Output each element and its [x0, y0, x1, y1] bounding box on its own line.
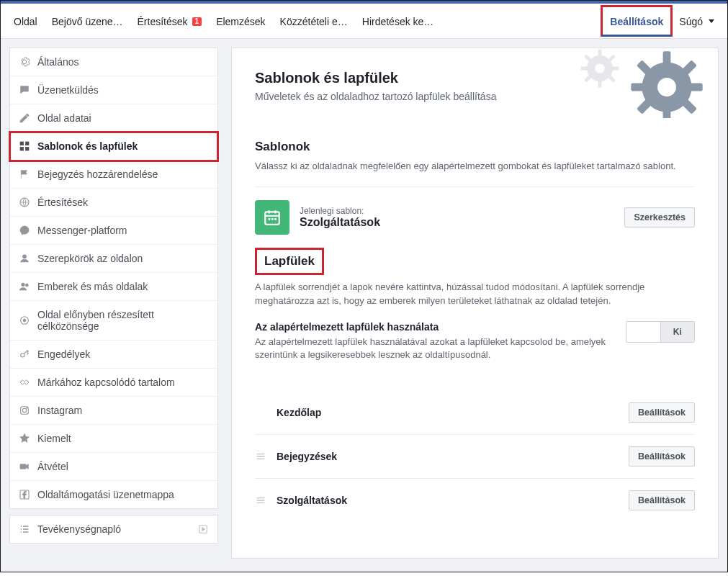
settings-sidebar: Általános Üzenetküldés Oldal adatai Sabl…: [9, 48, 218, 559]
sidebar-item-authorizations[interactable]: Engedélyek: [10, 341, 217, 369]
target-icon: [19, 315, 30, 326]
nav-inbox[interactable]: Bejövő üzene…: [45, 4, 130, 38]
instagram-icon: [19, 405, 30, 416]
nav-insights[interactable]: Elemzések: [209, 4, 272, 38]
svg-rect-31: [631, 84, 644, 91]
svg-rect-29: [663, 51, 671, 65]
svg-point-28: [657, 78, 676, 96]
sidebar-item-messaging[interactable]: Üzenetküldés: [10, 76, 217, 104]
tabs-desc: A lapfülek sorrendjét a lapok nevére kat…: [255, 281, 695, 308]
svg-point-9: [23, 319, 26, 322]
tab-row-services[interactable]: Szolgáltatások Beállítások: [255, 479, 695, 522]
toggle-off: Ki: [660, 322, 695, 342]
svg-rect-21: [581, 67, 588, 71]
svg-point-7: [25, 284, 28, 287]
templates-heading: Sablonok: [255, 140, 695, 154]
svg-rect-2: [20, 147, 24, 150]
svg-rect-38: [269, 218, 271, 220]
tab-row-posts[interactable]: Bejegyzések Beállítások: [255, 435, 695, 479]
chat-icon: [19, 84, 30, 96]
sidebar-item-notifications[interactable]: Értesítések: [10, 189, 217, 217]
sidebar-item-crossposting[interactable]: Átvétel: [10, 453, 217, 481]
nav-settings[interactable]: Beállítások: [601, 5, 673, 37]
sidebar-item-support-inbox[interactable]: Oldaltámogatási üzenetmappa: [10, 481, 217, 508]
sidebar-item-activity-log[interactable]: Tevékenységnapló: [10, 515, 217, 543]
nav-help[interactable]: Súgó: [672, 4, 722, 38]
star-icon: [19, 433, 30, 444]
video-icon: [19, 461, 30, 472]
open-icon: [197, 523, 209, 535]
current-template-row: Jelenlegi sablon: Szolgáltatások Szerkes…: [255, 200, 695, 235]
sidebar-item-people-pages[interactable]: Emberek és más oldalak: [10, 273, 217, 301]
facebook-icon: [19, 489, 30, 500]
sidebar-item-post-attribution[interactable]: Bejegyzés hozzárendelése: [10, 161, 217, 189]
pencil-icon: [19, 112, 30, 124]
svg-point-6: [22, 283, 25, 287]
tab-settings-button[interactable]: Beállítások: [629, 402, 695, 423]
svg-point-10: [21, 353, 24, 357]
svg-rect-39: [271, 218, 274, 220]
default-tabs-toggle[interactable]: Ki: [626, 321, 695, 343]
svg-rect-37: [265, 212, 279, 224]
svg-rect-40: [274, 218, 277, 220]
top-nav: Oldal Bejövő üzene… Értesítések 1 Elemzé…: [1, 4, 727, 39]
sidebar-item-instagram[interactable]: Instagram: [10, 397, 217, 425]
tabs-heading: Lapfülek: [255, 248, 324, 275]
svg-point-18: [595, 63, 604, 73]
svg-rect-3: [25, 147, 29, 150]
current-template-label: Jelenlegi sablon:: [300, 206, 380, 216]
default-tabs-title: Az alapértelmezett lapfülek használata: [255, 321, 610, 333]
current-template-value: Szolgáltatások: [300, 216, 380, 229]
grid-icon: [19, 140, 30, 152]
sidebar-item-templates-tabs[interactable]: Sablonok és lapfülek: [10, 132, 217, 161]
nav-publishing[interactable]: Közzétételi e…: [273, 4, 355, 38]
messenger-icon: [19, 225, 30, 236]
list-icon: [19, 523, 30, 535]
calendar-icon: [255, 200, 289, 235]
svg-rect-32: [688, 84, 702, 91]
svg-rect-19: [598, 50, 602, 57]
svg-rect-20: [598, 81, 602, 88]
gear-icon: [19, 56, 30, 68]
svg-rect-14: [20, 464, 26, 469]
sidebar-item-general[interactable]: Általános: [10, 48, 217, 76]
handshake-icon: [19, 377, 30, 388]
nav-ads[interactable]: Hirdetések ke…: [355, 4, 441, 38]
svg-point-13: [27, 407, 28, 409]
key-icon: [19, 348, 30, 360]
svg-point-5: [22, 255, 26, 258]
chevron-down-icon: [709, 19, 714, 23]
flag-icon: [19, 168, 30, 180]
globe-icon: [19, 197, 30, 208]
templates-desc: Válassz ki az oldaladnak megfelelően egy…: [255, 160, 695, 174]
people-icon: [19, 281, 30, 292]
toggle-on: [626, 322, 660, 342]
tab-settings-button[interactable]: Beállítások: [629, 446, 695, 467]
sidebar-item-page-info[interactable]: Oldal adatai: [10, 104, 217, 132]
notifications-badge: 1: [192, 17, 202, 26]
edit-template-button[interactable]: Szerkesztés: [624, 207, 695, 228]
gear-illustration: [578, 48, 714, 118]
sidebar-item-page-roles[interactable]: Szerepkörök az oldalon: [10, 245, 217, 273]
default-tabs-desc: Az alapértelmezett lapfülek használatáva…: [255, 335, 610, 363]
drag-handle-icon[interactable]: [255, 495, 266, 506]
svg-rect-1: [25, 142, 29, 145]
person-icon: [19, 253, 30, 264]
sidebar-item-messenger-platform[interactable]: Messenger-platform: [10, 217, 217, 245]
svg-rect-0: [20, 142, 24, 145]
tab-settings-button[interactable]: Beállítások: [629, 490, 695, 510]
svg-point-12: [22, 408, 26, 412]
sidebar-item-branded-content[interactable]: Márkához kapcsolódó tartalom: [10, 369, 217, 397]
main-panel: Sablonok és lapfülek Műveletek és az old…: [231, 48, 719, 559]
svg-rect-22: [612, 67, 619, 71]
tab-row-home[interactable]: Kezdőlap Beállítások: [255, 391, 695, 435]
drag-handle-icon[interactable]: [255, 451, 266, 462]
nav-page[interactable]: Oldal: [6, 4, 45, 38]
sidebar-item-preferred-audience[interactable]: Oldal előnyben részesített célközönsége: [10, 301, 217, 341]
sidebar-item-featured[interactable]: Kiemelt: [10, 425, 217, 453]
svg-rect-30: [663, 109, 671, 118]
nav-notifications[interactable]: Értesítések 1: [130, 4, 210, 38]
